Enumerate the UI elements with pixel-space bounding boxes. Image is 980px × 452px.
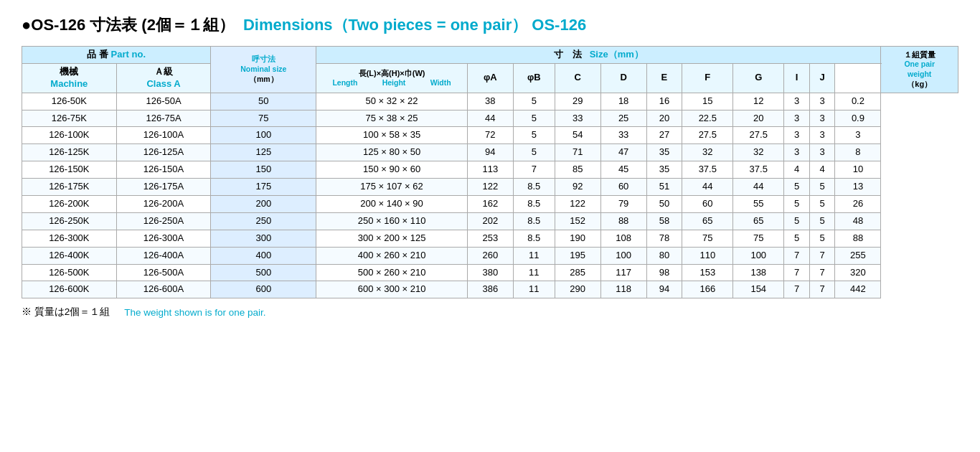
table-cell: 5 xyxy=(513,144,555,161)
table-cell: 380 xyxy=(467,264,513,281)
table-cell: 38 xyxy=(467,93,513,110)
size-en: Size（mm） xyxy=(590,49,644,60)
table-cell: 126-125A xyxy=(116,144,211,161)
table-cell: 190 xyxy=(555,230,600,247)
table-cell: 65 xyxy=(682,212,733,230)
table-cell: 27 xyxy=(646,127,682,144)
table-cell: 600 xyxy=(211,281,316,298)
table-cell: 126-50A xyxy=(116,93,211,110)
table-cell: 35 xyxy=(646,144,682,161)
table-cell: 126-250A xyxy=(116,212,211,230)
table-cell: 320 xyxy=(835,264,881,281)
table-cell: 75 × 38 × 25 xyxy=(316,110,468,127)
table-cell: 126-200A xyxy=(116,196,211,213)
size-jp: 寸 法 xyxy=(554,49,582,60)
table-cell: 3 xyxy=(809,127,835,144)
table-cell: 37.5 xyxy=(682,161,733,179)
table-cell: 12 xyxy=(733,93,784,110)
table-cell: 22.5 xyxy=(682,110,733,127)
table-cell: 175 xyxy=(211,179,316,196)
table-cell: 154 xyxy=(733,281,784,298)
table-cell: 3 xyxy=(835,127,881,144)
table-cell: 3 xyxy=(809,93,835,110)
table-cell: 54 xyxy=(555,127,600,144)
table-cell: 150 xyxy=(211,161,316,179)
table-cell: 60 xyxy=(600,179,646,196)
table-cell: 51 xyxy=(646,179,682,196)
table-cell: 3 xyxy=(784,93,810,110)
table-cell: 47 xyxy=(600,144,646,161)
table-cell: 33 xyxy=(600,127,646,144)
table-cell: 108 xyxy=(600,230,646,247)
header-part-no: 品 番 Part no. xyxy=(22,47,211,64)
length-en: Length xyxy=(332,78,357,88)
table-cell: 125 × 80 × 50 xyxy=(316,144,468,161)
title-jp: ●OS-126 寸法表 (2個＝１組） xyxy=(22,14,235,36)
table-cell: 75 xyxy=(733,230,784,247)
table-row: 126-400K126-400A400400 × 260 × 210260111… xyxy=(22,247,958,264)
table-cell: 8 xyxy=(835,144,881,161)
table-cell: 50 × 32 × 22 xyxy=(316,93,468,110)
nominal-jp: 呼寸法 xyxy=(215,55,312,65)
table-cell: 153 xyxy=(682,264,733,281)
table-cell: 126-100K xyxy=(22,127,117,144)
table-cell: 13 xyxy=(835,179,881,196)
table-row: 126-200K126-200A200200 × 140 × 901628.51… xyxy=(22,196,958,213)
table-cell: 152 xyxy=(555,212,600,230)
table-cell: 126-50K xyxy=(22,93,117,110)
table-cell: 33 xyxy=(555,110,600,127)
part-no-jp: 品 番 xyxy=(87,49,108,60)
table-cell: 4 xyxy=(784,161,810,179)
table-row: 126-75K126-75A7575 × 38 × 2544533252022.… xyxy=(22,110,958,127)
table-cell: 8.5 xyxy=(513,179,555,196)
table-cell: 94 xyxy=(467,144,513,161)
table-cell: 7 xyxy=(784,281,810,298)
table-cell: 55 xyxy=(733,196,784,213)
part-no-en: Part no. xyxy=(111,49,146,60)
table-cell: 126-300K xyxy=(22,230,117,247)
table-row: 126-300K126-300A300300 × 200 × 1252538.5… xyxy=(22,230,958,247)
table-cell: 58 xyxy=(646,212,682,230)
table-cell: 100 xyxy=(211,127,316,144)
table-cell: 290 xyxy=(555,281,600,298)
table-cell: 25 xyxy=(600,110,646,127)
table-cell: 7 xyxy=(784,264,810,281)
table-cell: 7 xyxy=(784,247,810,264)
table-cell: 100 xyxy=(733,247,784,264)
table-cell: 500 × 260 × 210 xyxy=(316,264,468,281)
table-cell: 7 xyxy=(513,161,555,179)
table-cell: 126-150K xyxy=(22,161,117,179)
header-J: J xyxy=(809,63,835,93)
table-cell: 386 xyxy=(467,281,513,298)
table-cell: 45 xyxy=(600,161,646,179)
table-cell: 3 xyxy=(784,127,810,144)
table-cell: 138 xyxy=(733,264,784,281)
note-jp: ※ 質量は2個＝１組 xyxy=(22,306,110,319)
table-cell: 60 xyxy=(682,196,733,213)
table-cell: 122 xyxy=(555,196,600,213)
table-cell: 0.2 xyxy=(835,93,881,110)
table-cell: 15 xyxy=(682,93,733,110)
table-cell: 122 xyxy=(467,179,513,196)
table-cell: 126-175K xyxy=(22,179,117,196)
table-cell: 32 xyxy=(733,144,784,161)
table-row: 126-250K126-250A250250 × 160 × 1102028.5… xyxy=(22,212,958,230)
table-cell: 8.5 xyxy=(513,230,555,247)
table-cell: 175 × 107 × 62 xyxy=(316,179,468,196)
table-cell: 250 × 160 × 110 xyxy=(316,212,468,230)
table-cell: 92 xyxy=(555,179,600,196)
table-cell: 11 xyxy=(513,264,555,281)
table-cell: 300 × 200 × 125 xyxy=(316,230,468,247)
header-weight: １組質量 One pair weight （kg） xyxy=(881,47,958,93)
table-cell: 48 xyxy=(835,212,881,230)
table-cell: 253 xyxy=(467,230,513,247)
table-cell: 16 xyxy=(646,93,682,110)
table-cell: 600 × 300 × 210 xyxy=(316,281,468,298)
table-cell: 126-300A xyxy=(116,230,211,247)
table-row: 126-500K126-500A500500 × 260 × 210380112… xyxy=(22,264,958,281)
table-cell: 126-125K xyxy=(22,144,117,161)
table-cell: 5 xyxy=(784,230,810,247)
table-cell: 20 xyxy=(733,110,784,127)
table-cell: 5 xyxy=(809,196,835,213)
table-cell: 8.5 xyxy=(513,212,555,230)
